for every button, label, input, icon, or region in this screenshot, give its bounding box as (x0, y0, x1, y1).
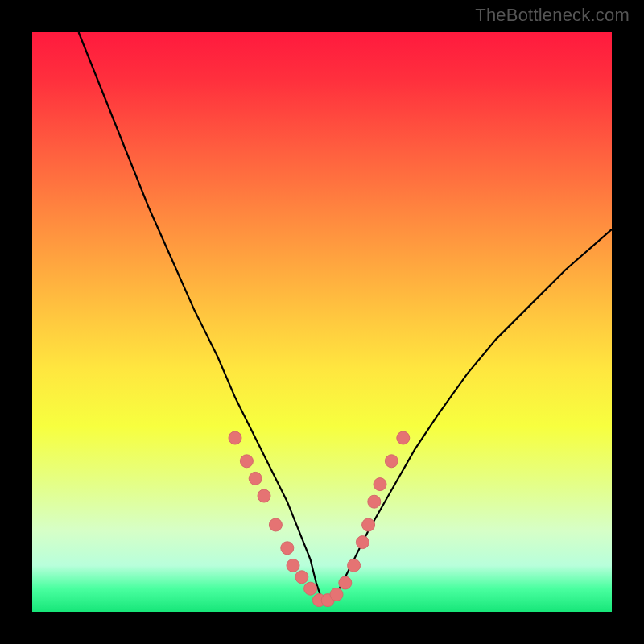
data-point (287, 559, 299, 572)
chart-frame: TheBottleneck.com (0, 0, 644, 644)
data-point (229, 431, 242, 444)
data-point (374, 478, 386, 491)
data-point (348, 559, 361, 572)
data-point (397, 431, 410, 444)
bottleneck-curve (79, 32, 612, 606)
data-point (249, 472, 262, 485)
data-point (385, 455, 398, 468)
data-point (269, 518, 282, 531)
data-point (240, 455, 253, 468)
watermark-text: TheBottleneck.com (475, 5, 630, 26)
data-point (356, 536, 369, 549)
highlighted-points (229, 431, 410, 607)
plot-area (32, 32, 612, 612)
data-point (258, 489, 270, 502)
data-point (281, 542, 294, 555)
curve-svg (32, 32, 612, 612)
data-point (330, 588, 343, 601)
data-point (339, 576, 352, 589)
data-point (368, 495, 381, 508)
data-point (304, 582, 317, 595)
data-point (362, 518, 375, 531)
data-point (295, 571, 308, 584)
